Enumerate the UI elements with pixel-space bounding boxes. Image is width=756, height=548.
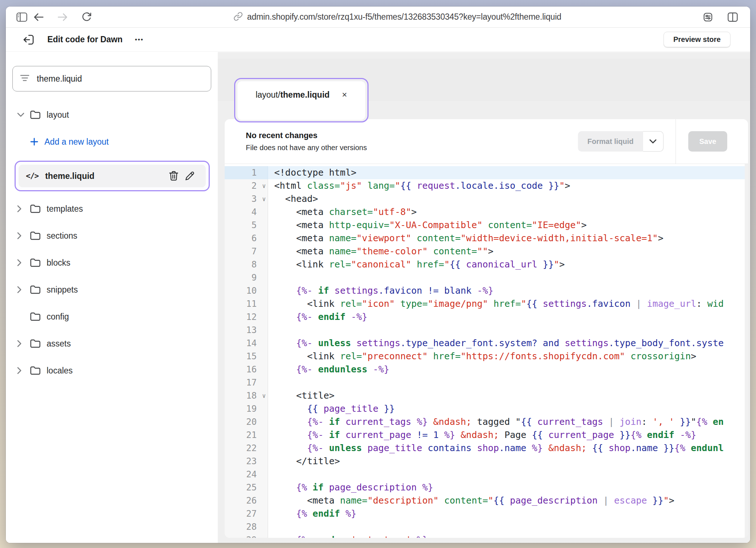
line-number[interactable]: 6 — [225, 232, 268, 245]
code-line[interactable]: 9 — [225, 271, 748, 284]
code-line[interactable]: 2∨<html class="js" lang="{{ request.loca… — [225, 179, 748, 192]
chevron-right-icon[interactable] — [17, 286, 22, 294]
code-line[interactable]: 11 <link rel="icon" type="image/png" hre… — [225, 297, 748, 310]
code-line[interactable]: 24 — [225, 468, 748, 481]
line-number[interactable]: 16 — [225, 363, 268, 376]
code-line[interactable]: 1<!doctype html> — [225, 166, 748, 179]
code-line[interactable]: 16 {%- endunless -%} — [225, 363, 748, 376]
line-number[interactable]: 11 — [225, 297, 268, 310]
line-number[interactable]: 3∨ — [225, 192, 268, 206]
page-settings-icon[interactable] — [701, 10, 715, 24]
sidebar-toggle-icon[interactable] — [15, 10, 29, 24]
line-number[interactable]: 24 — [225, 468, 268, 481]
format-dropdown-button[interactable] — [643, 131, 664, 152]
fold-toggle-icon[interactable]: ∨ — [262, 192, 266, 206]
exit-icon[interactable] — [20, 32, 36, 48]
code-line[interactable]: 22 {%- unless page_title contains shop.n… — [225, 442, 748, 455]
chevron-right-icon[interactable] — [17, 340, 22, 348]
file-search-input[interactable]: theme.liquid — [12, 66, 211, 91]
line-number[interactable]: 1 — [225, 166, 268, 179]
code-line[interactable]: 6 <meta name="viewport" content="width=d… — [225, 232, 748, 245]
close-icon[interactable]: × — [342, 90, 347, 99]
code-line[interactable]: 12 {%- endif -%} — [225, 310, 748, 324]
more-icon[interactable]: ••• — [135, 36, 144, 43]
code-line[interactable]: 5 <meta http-equiv="X-UA-Compatible" con… — [225, 219, 748, 232]
chevron-right-icon[interactable] — [17, 259, 22, 267]
delete-file-button[interactable] — [166, 171, 182, 181]
tree-folder-locales[interactable]: locales — [12, 362, 211, 379]
tree-file-theme.liquid[interactable]: </>theme.liquid — [19, 165, 206, 187]
code-line[interactable]: 10 {%- if settings.favicon != blank -%} — [225, 284, 748, 297]
line-number[interactable]: 25 — [225, 481, 268, 494]
line-number[interactable]: 27 — [225, 507, 268, 520]
tree-folder-config[interactable]: config — [12, 308, 211, 325]
line-number[interactable]: 19 — [225, 402, 268, 415]
tree-folder-snippets[interactable]: snippets — [12, 281, 211, 298]
line-number[interactable]: 15 — [225, 350, 268, 363]
chevron-right-icon[interactable] — [17, 367, 22, 375]
code-line[interactable]: 8 <link rel="canonical" href="{{ canonic… — [225, 258, 748, 271]
line-number[interactable]: 17 — [225, 376, 268, 389]
code-line[interactable]: 25 {% if page_description %} — [225, 481, 748, 494]
code-line[interactable]: 21 {%- if current_page != 1 %} &ndash; P… — [225, 428, 748, 442]
line-number[interactable]: 28 — [225, 520, 268, 533]
code-line[interactable]: 20 {%- if current_tags %} &ndash; tagged… — [225, 415, 748, 428]
rename-file-button[interactable] — [182, 171, 198, 181]
fold-toggle-icon[interactable]: ∨ — [262, 179, 266, 192]
trash-icon[interactable] — [169, 171, 178, 181]
line-number[interactable]: 18∨ — [225, 389, 268, 402]
line-number[interactable]: 29 — [225, 533, 268, 538]
chevron-right-icon[interactable] — [17, 232, 22, 240]
edit-icon[interactable] — [185, 171, 195, 181]
forward-icon[interactable] — [55, 10, 70, 24]
line-number[interactable]: 5 — [225, 219, 268, 232]
line-number[interactable]: 7 — [225, 245, 268, 258]
line-number[interactable]: 21 — [225, 428, 268, 442]
code-line[interactable]: 27 {% endif %} — [225, 507, 748, 520]
add-new-layout-button[interactable]: Add a new layout — [12, 133, 211, 150]
preview-store-button[interactable]: Preview store — [664, 32, 731, 48]
tree-folder-templates[interactable]: templates — [12, 200, 211, 218]
code-line[interactable]: 23 </title> — [225, 455, 748, 468]
code-line[interactable]: 19 {{ page_title }} — [225, 402, 748, 415]
line-number[interactable]: 4 — [225, 206, 268, 219]
line-number[interactable]: 9 — [225, 271, 268, 284]
address-bar[interactable]: admin.shopify.com/store/rzq1xu-f5/themes… — [94, 12, 701, 23]
line-number[interactable]: 22 — [225, 442, 268, 455]
code-line[interactable]: 28 — [225, 520, 748, 533]
chevron-right-icon[interactable] — [17, 205, 22, 213]
code-line[interactable]: 15 <link rel="preconnect" href="https://… — [225, 350, 748, 363]
line-number[interactable]: 23 — [225, 455, 268, 468]
chevron-down-icon[interactable] — [17, 112, 25, 117]
tab-theme-liquid[interactable]: layout/theme.liquid × — [237, 81, 365, 120]
line-number[interactable]: 26 — [225, 494, 268, 507]
save-button[interactable]: Save — [688, 131, 727, 152]
code-line[interactable]: 4 <meta charset="utf-8"> — [225, 206, 748, 219]
line-number[interactable]: 8 — [225, 258, 268, 271]
fold-toggle-icon[interactable]: ∨ — [262, 389, 266, 402]
tree-folder-layout[interactable]: layout — [12, 106, 211, 124]
tree-folder-sections[interactable]: sections — [12, 227, 211, 244]
code-line[interactable]: 7 <meta name="theme-color" content=""> — [225, 245, 748, 258]
code-line[interactable]: 3∨ <head> — [225, 192, 748, 206]
code-line[interactable]: 26 <meta name="description" content="{{ … — [225, 494, 748, 507]
tree-folder-assets[interactable]: assets — [12, 335, 211, 352]
line-number[interactable]: 10 — [225, 284, 268, 297]
code-line[interactable]: 14 {%- unless settings.type_header_font.… — [225, 337, 748, 350]
code-line[interactable]: 18∨ <title> — [225, 389, 748, 402]
code-line[interactable]: 17 — [225, 376, 748, 389]
scrollbar[interactable] — [745, 164, 748, 538]
reload-icon[interactable] — [79, 10, 94, 24]
back-icon[interactable] — [31, 10, 46, 24]
code-line[interactable]: 29 {% render 'meta-tags' %} — [225, 533, 748, 538]
line-number[interactable]: 13 — [225, 324, 268, 337]
line-number[interactable]: 20 — [225, 415, 268, 428]
line-number[interactable]: 14 — [225, 337, 268, 350]
line-number[interactable]: 2∨ — [225, 179, 268, 192]
line-number[interactable]: 12 — [225, 310, 268, 324]
code-line[interactable]: 13 — [225, 324, 748, 337]
split-view-icon[interactable] — [725, 10, 740, 24]
format-liquid-button[interactable]: Format liquid — [578, 131, 643, 152]
tree-folder-blocks[interactable]: blocks — [12, 254, 211, 271]
code-area[interactable]: 1<!doctype html>2∨<html class="js" lang=… — [225, 164, 748, 538]
